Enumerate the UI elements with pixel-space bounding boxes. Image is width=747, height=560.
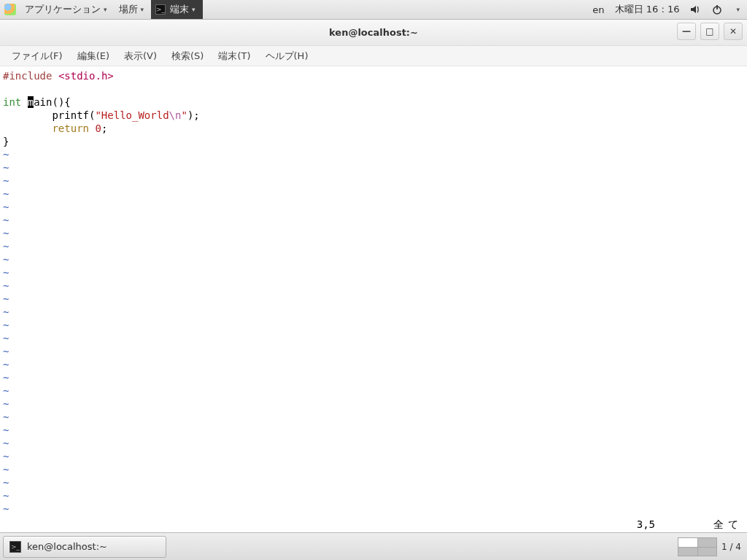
menu-view[interactable]: 表示(V) (117, 50, 164, 63)
cursor-block: m (28, 96, 34, 108)
vim-cursor-pos: 3,5 (637, 518, 655, 531)
close-button[interactable]: ✕ (724, 23, 743, 40)
workspace-switcher[interactable] (678, 537, 717, 556)
menu-terminal[interactable]: 端末(T) (211, 50, 258, 63)
vim-editor-area[interactable]: #include <stdio.h> int main(){ printf("H… (0, 66, 747, 532)
workspace-label: 1 / 4 (721, 542, 741, 552)
maximize-button[interactable]: □ (700, 23, 719, 40)
tok-header: <stdio.h> (58, 70, 114, 82)
vim-tilde: ~ (3, 149, 9, 160)
gnome-top-panel: アプリケーション ▾ 場所 ▾ >_ 端末 ▾ en 木曜日 16 : 16 ▾ (0, 0, 747, 20)
vim-tilde: ~ (3, 293, 9, 305)
vim-tilde: ~ (3, 188, 9, 200)
places-label: 場所 (119, 3, 138, 16)
taskbar-button-terminal[interactable]: >_ ken@localhost:~ (3, 536, 166, 558)
input-language-indicator[interactable]: en (592, 4, 604, 15)
vim-tilde: ~ (3, 398, 9, 410)
taskbar-label: ken@localhost:~ (27, 541, 107, 552)
gnome-logo-icon (4, 4, 16, 15)
power-icon[interactable] (711, 4, 723, 15)
gnome-bottom-panel: >_ ken@localhost:~ 1 / 4 (0, 532, 747, 560)
tok-int: int (3, 96, 21, 108)
terminal-menubar: ファイル(F) 編集(E) 表示(V) 検索(S) 端末(T) ヘルプ(H) (0, 46, 747, 66)
vim-scroll-pct: 全て (713, 518, 743, 531)
vim-tilde: ~ (3, 411, 9, 423)
tok-return: return (52, 122, 89, 134)
vim-tilde: ~ (3, 438, 9, 449)
tok-brace: } (3, 136, 9, 147)
minimize-button[interactable]: — (677, 23, 696, 40)
menu-search[interactable]: 検索(S) (164, 50, 211, 63)
terminal-icon: >_ (9, 541, 21, 553)
menu-file[interactable]: ファイル(F) (4, 50, 70, 63)
vim-tilde: ~ (3, 280, 9, 292)
tok-zero: 0 (95, 122, 101, 134)
vim-tilde: ~ (3, 175, 9, 187)
vim-tilde: ~ (3, 306, 9, 318)
terminal-window: ken@localhost:~ — □ ✕ ファイル(F) 編集(E) 表示(V… (0, 20, 747, 532)
running-app-label: 端末 (170, 3, 189, 16)
vim-tilde: ~ (3, 372, 9, 384)
vim-tilde: ~ (3, 503, 9, 515)
clock-label[interactable]: 木曜日 16 : 16 (615, 3, 680, 16)
vim-tilde: ~ (3, 241, 9, 252)
chevron-down-icon: ▾ (192, 6, 196, 13)
places-menu[interactable]: 場所 ▾ (113, 0, 150, 19)
vim-status-line: 3,5 全て (637, 518, 743, 531)
tok-semi: ; (101, 122, 107, 134)
volume-icon[interactable] (689, 4, 701, 15)
tok-include: #include (3, 70, 52, 82)
vim-tilde: ~ (3, 267, 9, 279)
vim-tilde: ~ (3, 464, 9, 475)
window-controls: — □ ✕ (677, 23, 743, 40)
menu-edit[interactable]: 編集(E) (70, 50, 117, 63)
window-titlebar[interactable]: ken@localhost:~ — □ ✕ (0, 20, 747, 46)
tok-string-close: " (181, 109, 187, 121)
applications-label: アプリケーション (25, 3, 101, 16)
vim-tilde: ~ (3, 332, 9, 344)
chevron-down-icon: ▾ (104, 6, 107, 13)
terminal-icon: >_ (155, 4, 166, 15)
vim-tilde: ~ (3, 477, 9, 489)
tok-printf-pre: printf( (3, 109, 95, 121)
tok-string: "Hello_World (95, 109, 169, 121)
vim-tilde: ~ (3, 346, 9, 357)
vim-tilde: ~ (3, 228, 9, 239)
vim-tilde: ~ (3, 385, 9, 397)
vim-tilde: ~ (3, 359, 9, 370)
vim-tilde: ~ (3, 319, 9, 331)
vim-tilde: ~ (3, 201, 9, 213)
vim-tilde: ~ (3, 162, 9, 174)
vim-tilde: ~ (3, 490, 9, 502)
indent (3, 122, 52, 134)
menu-help[interactable]: ヘルプ(H) (258, 50, 316, 63)
tok-printf-post: ); (187, 109, 200, 121)
applications-menu[interactable]: アプリケーション ▾ (19, 0, 113, 19)
window-title: ken@localhost:~ (329, 27, 418, 38)
chevron-down-icon: ▾ (141, 6, 144, 13)
chevron-down-icon: ▾ (736, 6, 740, 13)
tok-escape: \n (169, 109, 182, 121)
running-terminal-indicator[interactable]: >_ 端末 ▾ (151, 0, 203, 19)
vim-tilde: ~ (3, 254, 9, 265)
panel-right-group: en 木曜日 16 : 16 ▾ (592, 3, 743, 16)
vim-tilde: ~ (3, 424, 9, 436)
tok-main-rest: ain(){ (34, 96, 71, 108)
vim-tilde: ~ (3, 214, 9, 226)
vim-tilde: ~ (3, 451, 9, 462)
